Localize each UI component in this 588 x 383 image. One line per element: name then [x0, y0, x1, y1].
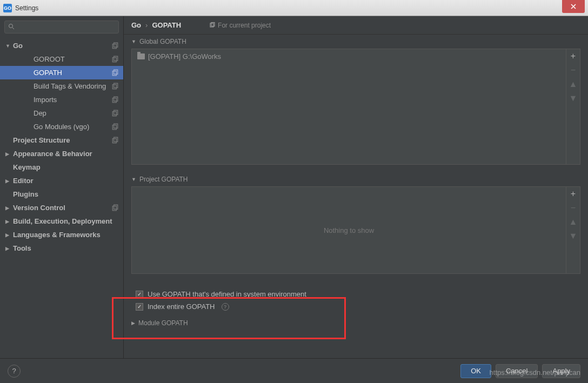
svg-rect-4: [114, 56, 118, 61]
global-gopath-list[interactable]: [GOPATH] G:\GoWorks + − ▲ ▼: [131, 49, 580, 165]
sidebar-item-editor[interactable]: Editor: [0, 174, 123, 187]
copy-icon: [111, 123, 119, 131]
sidebar-item-go-modules-vgo-[interactable]: Go Modules (vgo): [0, 120, 123, 133]
sidebar-item-label: Editor: [13, 177, 119, 185]
svg-rect-11: [112, 111, 116, 116]
sidebar-item-languages-frameworks[interactable]: Languages & Frameworks: [0, 228, 123, 241]
move-down-button[interactable]: ▼: [566, 91, 580, 105]
breadcrumb-root[interactable]: Go: [131, 21, 141, 29]
sidebar-item-label: GOPATH: [34, 69, 111, 77]
chevron-right-icon: [5, 205, 11, 211]
svg-rect-10: [114, 97, 118, 101]
project-gopath-header[interactable]: ▼ Project GOPATH: [124, 172, 588, 186]
sidebar-item-build-execution-deployment[interactable]: Build, Execution, Deployment: [0, 214, 123, 228]
svg-rect-2: [114, 43, 118, 47]
search-field[interactable]: [17, 23, 115, 31]
move-down-button[interactable]: ▼: [566, 229, 580, 243]
svg-rect-8: [114, 83, 118, 88]
sidebar-item-keymap[interactable]: Keymap: [0, 160, 123, 174]
remove-button[interactable]: −: [566, 63, 580, 77]
sidebar-item-label: Go: [13, 42, 111, 50]
sidebar-item-label: Languages & Frameworks: [13, 231, 119, 239]
chevron-right-icon: [5, 219, 11, 224]
copy-icon: [111, 42, 119, 50]
sidebar-item-go[interactable]: Go: [0, 39, 123, 52]
breadcrumb-current: GOPATH: [152, 21, 181, 29]
gopath-entry[interactable]: [GOPATH] G:\GoWorks: [137, 52, 560, 61]
search-input[interactable]: [4, 21, 119, 33]
sidebar-item-label: Appearance & Behavior: [13, 150, 119, 158]
copy-icon: [111, 110, 119, 117]
global-gopath-title: Global GOPATH: [139, 38, 186, 45]
window-title: Settings: [15, 4, 562, 12]
sidebar-item-label: Build, Execution, Deployment: [13, 217, 119, 225]
folder-icon: [137, 53, 145, 59]
global-gopath-header[interactable]: ▼ Global GOPATH: [124, 35, 588, 49]
copy-icon: [111, 69, 119, 77]
help-icon[interactable]: ?: [222, 303, 229, 311]
svg-rect-12: [114, 110, 118, 115]
sidebar-item-project-structure[interactable]: Project Structure: [0, 133, 123, 147]
checkbox-icon: ✓: [136, 291, 143, 298]
copy-icon: [111, 137, 119, 144]
window-close-button[interactable]: [562, 0, 585, 13]
app-icon: GO: [3, 4, 12, 12]
sidebar-item-dep[interactable]: Dep: [0, 106, 123, 120]
sidebar-item-version-control[interactable]: Version Control: [0, 201, 123, 214]
move-up-button[interactable]: ▲: [566, 77, 580, 91]
copy-icon: [111, 204, 119, 212]
sidebar-item-label: Project Structure: [13, 136, 111, 144]
svg-rect-1: [112, 44, 116, 48]
sidebar-item-gopath[interactable]: GOPATH: [0, 66, 123, 79]
add-button[interactable]: +: [566, 49, 580, 63]
add-button[interactable]: +: [566, 187, 580, 201]
sidebar-item-label: Dep: [34, 109, 111, 117]
chevron-right-icon: ▶: [131, 320, 135, 326]
chevron-right-icon: [5, 246, 11, 251]
sidebar-item-appearance-behavior[interactable]: Appearance & Behavior: [0, 147, 123, 160]
sidebar-item-tools[interactable]: Tools: [0, 241, 123, 255]
svg-rect-16: [114, 137, 118, 142]
scope-hint-text: For current project: [218, 22, 271, 29]
checkbox-icon: ✓: [136, 303, 143, 311]
move-up-button[interactable]: ▲: [566, 215, 580, 229]
module-gopath-title: Module GOPATH: [138, 319, 188, 327]
apply-button[interactable]: Apply: [542, 364, 580, 378]
sidebar-item-label: GOROOT: [34, 55, 111, 63]
sidebar-item-plugins[interactable]: Plugins: [0, 187, 123, 201]
sidebar-item-build-tags-vendoring[interactable]: Build Tags & Vendoring: [0, 79, 123, 93]
use-system-gopath-label: Use GOPATH that's defined in system envi…: [148, 290, 306, 298]
chevron-down-icon: ▼: [131, 177, 136, 182]
cancel-button[interactable]: Cancel: [496, 364, 538, 378]
svg-rect-18: [114, 205, 118, 209]
copy-icon: [209, 22, 216, 29]
settings-sidebar: GoGOROOTGOPATHBuild Tags & VendoringImpo…: [0, 16, 124, 383]
sidebar-item-label: Version Control: [13, 204, 111, 212]
project-gopath-list[interactable]: Nothing to show + − ▲ ▼: [131, 186, 580, 274]
svg-rect-13: [112, 125, 116, 129]
sidebar-item-label: Plugins: [13, 190, 119, 198]
remove-button[interactable]: −: [566, 201, 580, 215]
sidebar-item-imports[interactable]: Imports: [0, 93, 123, 106]
chevron-right-icon: [5, 151, 11, 157]
chevron-right-icon: [5, 178, 11, 184]
settings-main: Go › GOPATH For current project ▼ Global…: [124, 16, 588, 383]
sidebar-item-label: Go Modules (vgo): [34, 123, 111, 131]
index-entire-gopath-label: Index entire GOPATH: [148, 303, 215, 311]
chevron-down-icon: ▼: [131, 39, 136, 44]
sidebar-item-goroot[interactable]: GOROOT: [0, 52, 123, 66]
settings-tree: GoGOROOTGOPATHBuild Tags & VendoringImpo…: [0, 36, 123, 383]
search-icon: [8, 23, 15, 31]
scope-hint: For current project: [209, 22, 271, 29]
sidebar-item-label: Keymap: [13, 163, 119, 171]
use-system-gopath-checkbox[interactable]: ✓ Use GOPATH that's defined in system en…: [124, 288, 588, 300]
help-button[interactable]: ?: [8, 365, 21, 378]
close-icon: [570, 3, 577, 10]
module-gopath-header[interactable]: ▶ Module GOPATH: [124, 316, 588, 330]
ok-button[interactable]: OK: [460, 364, 491, 378]
index-entire-gopath-checkbox[interactable]: ✓ Index entire GOPATH ?: [124, 300, 588, 313]
sidebar-item-label: Build Tags & Vendoring: [34, 82, 111, 90]
svg-rect-3: [112, 57, 116, 62]
sidebar-item-label: Tools: [13, 244, 119, 252]
svg-point-0: [9, 24, 13, 28]
